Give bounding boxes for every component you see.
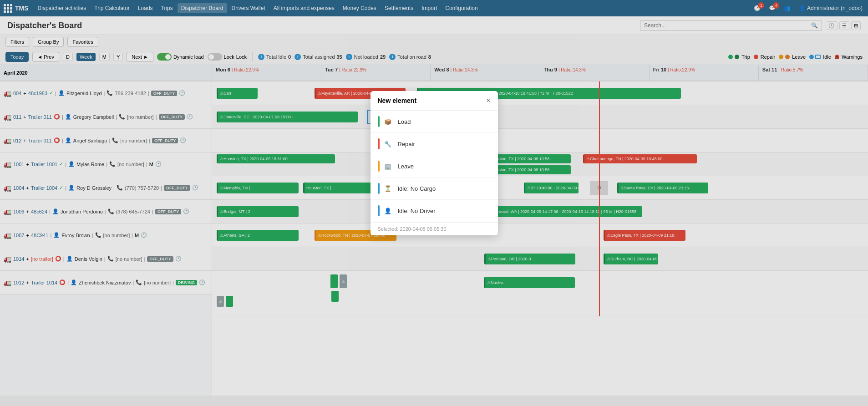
repair-label: Repair: [398, 141, 415, 147]
idle-cargo-color-bar: [378, 183, 380, 194]
modal-overlay[interactable]: New element × 📦 Load 🔧 Repair 🏢 Leave ⏳ …: [0, 0, 868, 396]
repair-color-bar: [378, 138, 380, 149]
leave-icon: 🏢: [383, 163, 392, 170]
modal-item-leave[interactable]: 🏢 Leave: [371, 155, 498, 178]
load-icon: 📦: [383, 118, 392, 125]
leave-label: Leave: [398, 163, 414, 170]
leave-color-bar: [378, 161, 380, 172]
idle-cargo-label: Idle: No Cargo: [398, 185, 436, 192]
repair-icon: 🔧: [383, 141, 392, 147]
modal-item-idle-driver[interactable]: 👤 Idle: No Driver: [371, 200, 498, 222]
modal-footer: Selected: 2020-04-08 05:05:30: [371, 222, 498, 235]
idle-driver-color-bar: [378, 205, 380, 216]
load-color-bar: [378, 116, 380, 127]
modal-close-btn[interactable]: ×: [486, 96, 490, 105]
modal-item-idle-cargo[interactable]: ⏳ Idle: No Cargo: [371, 178, 498, 200]
modal-selected: Selected: 2020-04-08 05:05:30: [378, 226, 447, 232]
load-label: Load: [398, 118, 411, 125]
idle-cargo-icon: ⏳: [383, 185, 392, 192]
idle-driver-icon: 👤: [383, 208, 392, 214]
modal-item-load[interactable]: 📦 Load: [371, 111, 498, 133]
modal-item-repair[interactable]: 🔧 Repair: [371, 133, 498, 155]
modal-header: New element ×: [371, 91, 498, 111]
modal-title: New element: [378, 97, 417, 104]
new-element-modal: New element × 📦 Load 🔧 Repair 🏢 Leave ⏳ …: [371, 91, 498, 235]
idle-driver-label: Idle: No Driver: [398, 208, 436, 214]
